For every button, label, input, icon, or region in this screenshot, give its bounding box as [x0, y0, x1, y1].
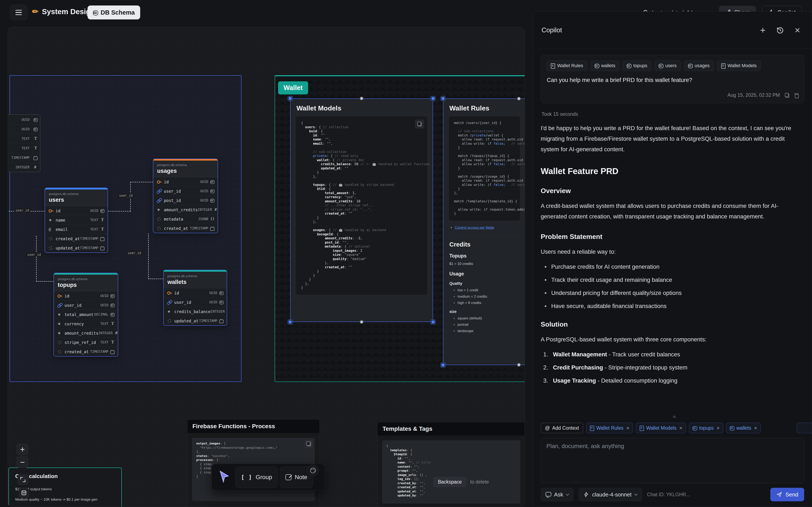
context-chip[interactable]: wallets — [591, 60, 620, 71]
mode-select-ask[interactable]: Ask — [541, 488, 573, 501]
table-row[interactable]: updated_at TIMESTAMP — [45, 243, 108, 252]
table-row[interactable]: credits_balance INTEGER — [164, 307, 227, 316]
active-context-chip[interactable]: topups × — [689, 423, 723, 433]
export-button[interactable] — [19, 488, 29, 498]
resize-handle[interactable] — [288, 320, 292, 324]
resize-handle[interactable] — [360, 320, 363, 324]
copy-message-button[interactable] — [785, 93, 789, 98]
close-panel-button[interactable]: × — [792, 24, 803, 36]
table-row[interactable]: post_id UUID — [153, 195, 217, 205]
active-context-chip[interactable]: Wallet Rules × — [586, 423, 633, 433]
table-row[interactable]: id UUID — [164, 288, 227, 297]
style-palette-button[interactable] — [307, 465, 319, 476]
zoom-out-button[interactable]: − — [17, 456, 28, 468]
remove-context-icon[interactable]: × — [754, 425, 757, 431]
context-chip-icon — [721, 63, 725, 68]
table-row[interactable]: id UUID — [45, 206, 108, 215]
group-tool-button[interactable]: [ ] Group — [235, 466, 278, 488]
db-table[interactable]: postgres.db.schema usages id UUID user_i… — [153, 159, 218, 233]
context-chip[interactable]: Wallet Rules — [546, 60, 588, 71]
resize-handle[interactable] — [431, 320, 435, 324]
table-header[interactable]: postgres.db.schema wallets — [164, 272, 227, 288]
column-type-icon — [219, 300, 223, 304]
table-row[interactable]: created_at TIMESTAMP — [45, 234, 108, 243]
new-chat-button[interactable]: + — [757, 24, 769, 36]
table-row[interactable]: UUID — [8, 115, 40, 124]
table-row[interactable]: amount_credits INTEGER — [153, 205, 217, 214]
tab-db-schema[interactable]: DB Schema — [88, 5, 140, 19]
chat-id: Chat ID: YKLGHR... — [647, 492, 690, 498]
copy-code-button[interactable] — [305, 440, 313, 448]
table-row[interactable]: name TEXT — [45, 215, 108, 225]
db-table[interactable]: postgres.db.schema topups id UUID user_i… — [53, 273, 118, 356]
note-wallet-models[interactable]: Wallet Models { users: { // collection $… — [290, 99, 433, 322]
resize-handle[interactable] — [360, 97, 363, 100]
remove-context-icon[interactable]: × — [716, 425, 720, 431]
table-row[interactable]: id UUID — [54, 291, 118, 300]
table-row[interactable]: created_at TIMESTAMP — [54, 347, 118, 356]
db-table[interactable]: postgres.db.schema wallets id UUID user_… — [163, 270, 227, 326]
resize-handle[interactable] — [517, 97, 521, 101]
prompt-input-box[interactable] — [541, 438, 804, 483]
db-table[interactable]: postgres.db.schema users id UUID name — [45, 187, 108, 253]
context-chip[interactable]: usages — [684, 60, 714, 71]
diagram-canvas[interactable]: Wallet user_id user_id user_id user_id U… — [8, 27, 525, 507]
context-chip-clipped[interactable] — [797, 423, 812, 433]
panel-cost-calculation[interactable]: Cost calculation $10 / 1M output tokens … — [8, 467, 122, 507]
table-header[interactable]: postgres.db.schema usages — [153, 161, 217, 177]
active-context-chip[interactable]: wallets × — [726, 423, 761, 433]
active-context-chip[interactable]: Wallet Models × — [636, 423, 686, 433]
model-select[interactable]: claude-4-sonnet — [578, 488, 642, 501]
chat-scroll-area[interactable]: Wallet Rules wallets topups users usages — [533, 49, 812, 419]
panel-templates-tags[interactable]: Templates & Tags { templates: { $tempId:… — [377, 422, 525, 507]
panel-firebase-functions[interactable]: Firebase Functions - Process output_imag… — [187, 419, 320, 507]
table-row[interactable]: stripe_ref_id TEXT — [54, 338, 118, 347]
context-chip[interactable]: topups — [622, 60, 652, 71]
resize-handle[interactable] — [441, 96, 445, 101]
table-row[interactable]: INTEGER — [8, 162, 40, 172]
table-row[interactable]: user_id UUID — [54, 300, 118, 310]
table-row[interactable]: user_id UUID — [164, 297, 227, 307]
context-chip[interactable]: Wallet Models — [717, 60, 761, 71]
cursor-tool-icon[interactable] — [217, 470, 230, 484]
history-button[interactable] — [774, 24, 786, 36]
add-context-button[interactable]: @ Add Context — [541, 423, 583, 433]
table-row[interactable]: TIMESTAMP — [8, 153, 40, 162]
table-row[interactable]: currency TEXT — [54, 319, 118, 328]
delete-message-button[interactable] — [794, 93, 799, 98]
table-row[interactable]: created_at TIMESTAMP — [153, 224, 217, 233]
prompt-textarea[interactable] — [546, 443, 799, 478]
resize-handle[interactable] — [441, 363, 445, 367]
table-row[interactable]: updated_at TIMESTAMP — [164, 316, 227, 325]
fullscreen-button[interactable] — [17, 474, 28, 485]
hamburger-menu-button[interactable] — [10, 5, 28, 20]
table-row[interactable]: UUID — [8, 124, 40, 134]
remove-context-icon[interactable]: × — [626, 425, 629, 431]
response-bullet: •Track their credit usage and remaining … — [545, 277, 804, 283]
table-row[interactable]: TEXT — [8, 143, 40, 153]
table-row[interactable]: TEXT — [8, 134, 40, 143]
table-row[interactable]: total_amount DECIMAL — [54, 310, 118, 319]
resize-handle[interactable] — [517, 363, 521, 367]
send-button[interactable]: Send — [770, 488, 804, 501]
table-header[interactable]: postgres.db.schema topups — [54, 275, 118, 291]
table-row[interactable]: user_id UUID — [153, 186, 217, 195]
resize-handle[interactable] — [288, 96, 292, 101]
context-chip[interactable]: users — [654, 60, 681, 71]
table-row[interactable]: email TEXT — [45, 225, 108, 234]
table-row[interactable]: amount_credits INTEGER — [54, 328, 118, 338]
control-access-link[interactable]: Control access per fields — [455, 226, 494, 230]
table-row[interactable]: metadata JSONB — [153, 214, 217, 224]
wallet-group-label[interactable]: Wallet — [278, 81, 308, 95]
resize-handle[interactable] — [431, 96, 435, 101]
remove-context-icon[interactable]: × — [679, 425, 682, 431]
table-row[interactable]: id UUID — [153, 177, 217, 186]
note-wallet-rules[interactable]: Wallet Rules match /users/{user_id} { //… — [443, 99, 525, 365]
column-kind-icon — [157, 208, 162, 212]
table-header[interactable]: postgres.db.schema users — [45, 189, 108, 206]
copy-code-button[interactable] — [415, 119, 424, 129]
mode-label: Ask — [554, 491, 563, 498]
clipped-table-fragment[interactable]: UUID UUID TEXT TEXT TIMESTAMP INTEGER — [8, 114, 40, 172]
column-type-icon — [210, 180, 214, 183]
zoom-in-button[interactable]: + — [17, 444, 28, 455]
